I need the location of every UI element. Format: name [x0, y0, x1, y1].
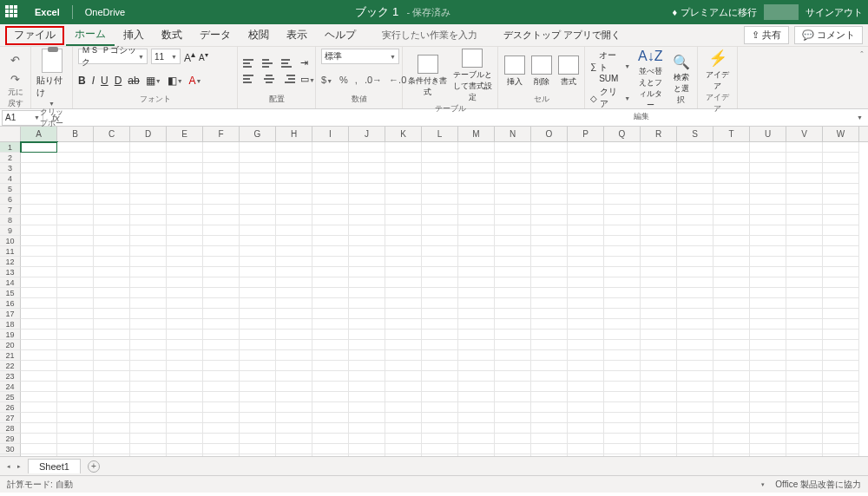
cell[interactable] — [167, 173, 203, 184]
cell[interactable] — [312, 267, 349, 277]
cell[interactable] — [750, 434, 786, 444]
cell[interactable] — [604, 153, 641, 163]
cell[interactable] — [604, 444, 641, 454]
cell[interactable] — [568, 225, 604, 236]
cell[interactable] — [240, 142, 276, 153]
cell[interactable] — [677, 309, 713, 319]
cell[interactable] — [276, 142, 312, 153]
cell[interactable] — [786, 173, 823, 184]
cell[interactable] — [641, 319, 677, 330]
cell[interactable] — [568, 246, 604, 257]
cell[interactable] — [531, 392, 568, 402]
cell[interactable] — [495, 153, 531, 163]
cell[interactable] — [604, 382, 641, 392]
cell[interactable] — [458, 330, 495, 340]
cell[interactable] — [531, 361, 568, 371]
cell[interactable] — [167, 444, 203, 454]
cell[interactable] — [713, 298, 750, 309]
cell[interactable] — [641, 246, 677, 257]
cell[interactable] — [312, 402, 349, 413]
cell[interactable] — [677, 340, 713, 350]
cell[interactable] — [786, 330, 823, 340]
cell[interactable] — [604, 288, 641, 298]
cell[interactable] — [458, 340, 495, 350]
signout-link[interactable]: サインアウト — [806, 6, 863, 19]
cell[interactable] — [94, 257, 130, 267]
row-header[interactable]: 27 — [0, 413, 21, 423]
cell[interactable] — [641, 330, 677, 340]
cell[interactable] — [57, 382, 94, 392]
cell[interactable] — [713, 361, 750, 371]
cell[interactable] — [458, 236, 495, 246]
cell[interactable] — [677, 444, 713, 454]
cell[interactable] — [495, 163, 531, 173]
cell[interactable] — [750, 163, 786, 173]
cell[interactable] — [312, 454, 349, 456]
cell[interactable] — [21, 205, 57, 215]
row-header[interactable]: 3 — [0, 163, 21, 173]
cell[interactable] — [57, 402, 94, 413]
cell[interactable] — [568, 184, 604, 194]
cell[interactable] — [240, 444, 276, 454]
row-header[interactable]: 22 — [0, 361, 21, 371]
currency-button[interactable]: $▼ — [321, 75, 332, 85]
insert-cells-button[interactable]: 挿入 — [503, 55, 525, 88]
service-name[interactable]: OneDrive — [76, 7, 134, 17]
cell[interactable] — [641, 382, 677, 392]
cell[interactable] — [568, 163, 604, 173]
column-header[interactable]: A — [21, 127, 57, 141]
cell[interactable] — [604, 194, 641, 205]
cell[interactable] — [94, 423, 130, 434]
cell[interactable] — [641, 413, 677, 423]
cell[interactable] — [568, 361, 604, 371]
cell[interactable] — [422, 184, 458, 194]
format-as-table-button[interactable]: テーブルとして書式設定 — [453, 49, 493, 103]
align-middle-button[interactable] — [262, 57, 276, 69]
cell[interactable] — [604, 267, 641, 277]
cell[interactable] — [276, 236, 312, 246]
cell[interactable] — [203, 163, 240, 173]
cell[interactable] — [312, 142, 349, 153]
cell[interactable] — [677, 413, 713, 423]
delete-cells-button[interactable]: 削除 — [530, 55, 552, 88]
collapse-ribbon-icon[interactable]: ⌃ — [859, 50, 865, 57]
cell[interactable] — [312, 319, 349, 330]
cell[interactable] — [130, 257, 167, 267]
row-header[interactable]: 31 — [0, 454, 21, 456]
cell[interactable] — [677, 163, 713, 173]
cell[interactable] — [568, 350, 604, 361]
cell[interactable] — [422, 153, 458, 163]
cell[interactable] — [786, 298, 823, 309]
cell[interactable] — [21, 194, 57, 205]
cell[interactable] — [786, 434, 823, 444]
cell[interactable] — [604, 173, 641, 184]
cell[interactable] — [422, 215, 458, 225]
cell[interactable] — [385, 194, 422, 205]
cell[interactable] — [568, 257, 604, 267]
cell[interactable] — [677, 288, 713, 298]
cell[interactable] — [422, 361, 458, 371]
cell[interactable] — [312, 350, 349, 361]
cell[interactable] — [604, 371, 641, 382]
row-header[interactable]: 29 — [0, 434, 21, 444]
cell[interactable] — [312, 205, 349, 215]
cell[interactable] — [130, 277, 167, 288]
cell[interactable] — [713, 153, 750, 163]
cell[interactable] — [531, 194, 568, 205]
cell[interactable] — [276, 277, 312, 288]
cell[interactable] — [750, 267, 786, 277]
cell[interactable] — [713, 215, 750, 225]
cell[interactable] — [641, 298, 677, 309]
cell[interactable] — [203, 257, 240, 267]
cell[interactable] — [422, 392, 458, 402]
redo-button[interactable]: ↷ — [8, 71, 23, 87]
wrap-text-button[interactable]: ⇥ — [300, 57, 315, 69]
cell[interactable] — [203, 444, 240, 454]
cell[interactable] — [276, 382, 312, 392]
cell[interactable] — [568, 434, 604, 444]
cell[interactable] — [458, 454, 495, 456]
cell[interactable] — [713, 163, 750, 173]
cell[interactable] — [385, 236, 422, 246]
cell[interactable] — [713, 392, 750, 402]
cell[interactable] — [531, 382, 568, 392]
